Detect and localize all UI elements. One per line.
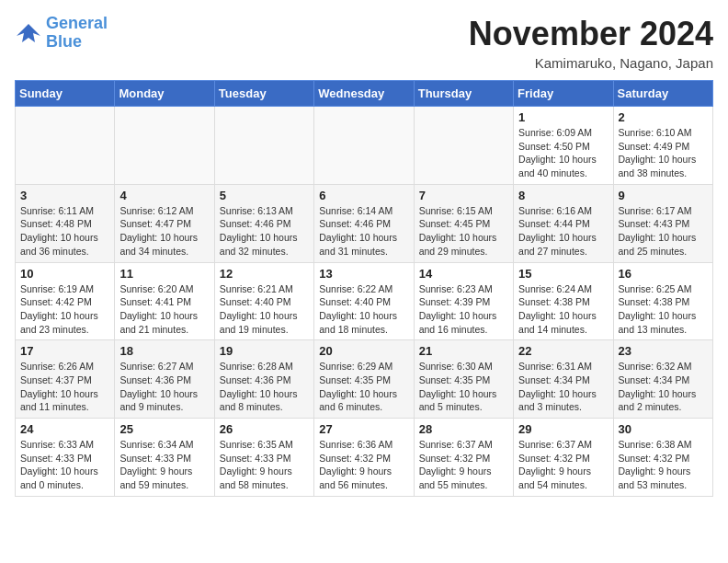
- day-number: 4: [119, 189, 209, 202]
- calendar-cell: [214, 107, 313, 185]
- day-number: 13: [319, 267, 408, 281]
- day-number: 15: [518, 267, 608, 281]
- calendar-cell: 3Sunrise: 6:11 AM Sunset: 4:48 PM Daylig…: [16, 184, 115, 262]
- day-number: 27: [319, 422, 408, 436]
- logo-line2: Blue: [46, 32, 82, 51]
- day-detail: Sunrise: 6:37 AM Sunset: 4:32 PM Dayligh…: [419, 438, 508, 492]
- day-number: 11: [119, 267, 209, 281]
- logo-line1: General: [46, 14, 108, 32]
- day-detail: Sunrise: 6:37 AM Sunset: 4:32 PM Dayligh…: [518, 438, 608, 492]
- day-number: 7: [419, 189, 508, 202]
- calendar-cell: 11Sunrise: 6:20 AM Sunset: 4:41 PM Dayli…: [115, 262, 214, 340]
- calendar-cell: 4Sunrise: 6:12 AM Sunset: 4:47 PM Daylig…: [115, 184, 214, 262]
- weekday-header-wednesday: Wednesday: [314, 81, 414, 107]
- day-detail: Sunrise: 6:10 AM Sunset: 4:49 PM Dayligh…: [619, 126, 708, 180]
- day-number: 26: [220, 422, 309, 436]
- day-detail: Sunrise: 6:15 AM Sunset: 4:45 PM Dayligh…: [419, 204, 508, 259]
- calendar-cell: 20Sunrise: 6:29 AM Sunset: 4:35 PM Dayli…: [314, 340, 414, 419]
- day-detail: Sunrise: 6:34 AM Sunset: 4:33 PM Dayligh…: [119, 438, 209, 492]
- calendar-cell: 7Sunrise: 6:15 AM Sunset: 4:45 PM Daylig…: [414, 184, 513, 262]
- calendar-cell: 19Sunrise: 6:28 AM Sunset: 4:36 PM Dayli…: [214, 340, 313, 419]
- week-row-1: 1Sunrise: 6:09 AM Sunset: 4:50 PM Daylig…: [16, 107, 713, 185]
- logo: General Blue: [15, 15, 108, 52]
- calendar-cell: 28Sunrise: 6:37 AM Sunset: 4:32 PM Dayli…: [414, 419, 513, 497]
- calendar-cell: 2Sunrise: 6:10 AM Sunset: 4:49 PM Daylig…: [613, 107, 712, 185]
- calendar-cell: 22Sunrise: 6:31 AM Sunset: 4:34 PM Dayli…: [514, 340, 613, 419]
- day-number: 14: [419, 267, 508, 281]
- day-detail: Sunrise: 6:27 AM Sunset: 4:36 PM Dayligh…: [119, 360, 209, 414]
- day-number: 16: [619, 267, 708, 281]
- weekday-header-tuesday: Tuesday: [214, 81, 313, 107]
- day-detail: Sunrise: 6:25 AM Sunset: 4:38 PM Dayligh…: [619, 282, 708, 337]
- day-detail: Sunrise: 6:14 AM Sunset: 4:46 PM Dayligh…: [319, 204, 408, 259]
- calendar-cell: [115, 107, 214, 185]
- calendar-cell: [414, 107, 513, 185]
- day-number: 5: [220, 189, 309, 202]
- day-number: 24: [20, 422, 109, 436]
- title-area: November 2024 Kamimaruko, Nagano, Japan: [469, 15, 713, 71]
- day-detail: Sunrise: 6:21 AM Sunset: 4:40 PM Dayligh…: [220, 282, 309, 337]
- calendar-cell: 1Sunrise: 6:09 AM Sunset: 4:50 PM Daylig…: [514, 107, 613, 185]
- calendar-cell: 24Sunrise: 6:33 AM Sunset: 4:33 PM Dayli…: [16, 419, 115, 497]
- calendar-cell: 8Sunrise: 6:16 AM Sunset: 4:44 PM Daylig…: [514, 184, 613, 262]
- day-detail: Sunrise: 6:12 AM Sunset: 4:47 PM Dayligh…: [119, 204, 209, 259]
- day-number: 9: [619, 189, 708, 202]
- day-detail: Sunrise: 6:38 AM Sunset: 4:32 PM Dayligh…: [619, 438, 708, 492]
- day-detail: Sunrise: 6:20 AM Sunset: 4:41 PM Dayligh…: [119, 282, 209, 337]
- day-detail: Sunrise: 6:29 AM Sunset: 4:35 PM Dayligh…: [319, 360, 408, 414]
- location: Kamimaruko, Nagano, Japan: [469, 55, 713, 71]
- calendar-cell: 30Sunrise: 6:38 AM Sunset: 4:32 PM Dayli…: [613, 419, 712, 497]
- week-row-2: 3Sunrise: 6:11 AM Sunset: 4:48 PM Daylig…: [16, 184, 713, 262]
- calendar-cell: 12Sunrise: 6:21 AM Sunset: 4:40 PM Dayli…: [214, 262, 313, 340]
- day-detail: Sunrise: 6:28 AM Sunset: 4:36 PM Dayligh…: [220, 360, 309, 414]
- calendar-cell: 23Sunrise: 6:32 AM Sunset: 4:34 PM Dayli…: [613, 340, 712, 419]
- day-detail: Sunrise: 6:30 AM Sunset: 4:35 PM Dayligh…: [419, 360, 508, 414]
- day-number: 28: [419, 422, 508, 436]
- weekday-header-saturday: Saturday: [613, 81, 712, 107]
- calendar-cell: 29Sunrise: 6:37 AM Sunset: 4:32 PM Dayli…: [514, 419, 613, 497]
- day-detail: Sunrise: 6:36 AM Sunset: 4:32 PM Dayligh…: [319, 438, 408, 492]
- weekday-header-monday: Monday: [115, 81, 214, 107]
- day-detail: Sunrise: 6:16 AM Sunset: 4:44 PM Dayligh…: [518, 204, 608, 259]
- svg-marker-0: [17, 24, 40, 42]
- calendar-cell: 6Sunrise: 6:14 AM Sunset: 4:46 PM Daylig…: [314, 184, 414, 262]
- weekday-header-thursday: Thursday: [414, 81, 513, 107]
- week-row-4: 17Sunrise: 6:26 AM Sunset: 4:37 PM Dayli…: [16, 340, 713, 419]
- day-detail: Sunrise: 6:17 AM Sunset: 4:43 PM Dayligh…: [619, 204, 708, 259]
- day-number: 10: [20, 267, 109, 281]
- day-number: 21: [419, 344, 508, 358]
- logo-icon: [15, 19, 42, 47]
- week-row-3: 10Sunrise: 6:19 AM Sunset: 4:42 PM Dayli…: [16, 262, 713, 340]
- day-number: 25: [119, 422, 209, 436]
- calendar-cell: 21Sunrise: 6:30 AM Sunset: 4:35 PM Dayli…: [414, 340, 513, 419]
- day-detail: Sunrise: 6:33 AM Sunset: 4:33 PM Dayligh…: [20, 438, 109, 492]
- day-number: 29: [518, 422, 608, 436]
- calendar-cell: 27Sunrise: 6:36 AM Sunset: 4:32 PM Dayli…: [314, 419, 414, 497]
- calendar-cell: 25Sunrise: 6:34 AM Sunset: 4:33 PM Dayli…: [115, 419, 214, 497]
- day-number: 17: [20, 344, 109, 358]
- weekday-header-sunday: Sunday: [16, 81, 115, 107]
- day-detail: Sunrise: 6:13 AM Sunset: 4:46 PM Dayligh…: [220, 204, 309, 259]
- day-number: 22: [518, 344, 608, 358]
- day-number: 23: [619, 344, 708, 358]
- day-detail: Sunrise: 6:24 AM Sunset: 4:38 PM Dayligh…: [518, 282, 608, 337]
- header: General Blue November 2024 Kamimaruko, N…: [15, 15, 713, 71]
- calendar-cell: 26Sunrise: 6:35 AM Sunset: 4:33 PM Dayli…: [214, 419, 313, 497]
- calendar-cell: 13Sunrise: 6:22 AM Sunset: 4:40 PM Dayli…: [314, 262, 414, 340]
- day-detail: Sunrise: 6:11 AM Sunset: 4:48 PM Dayligh…: [20, 204, 109, 259]
- calendar-cell: 5Sunrise: 6:13 AM Sunset: 4:46 PM Daylig…: [214, 184, 313, 262]
- calendar-cell: 9Sunrise: 6:17 AM Sunset: 4:43 PM Daylig…: [613, 184, 712, 262]
- day-number: 20: [319, 344, 408, 358]
- calendar-cell: 10Sunrise: 6:19 AM Sunset: 4:42 PM Dayli…: [16, 262, 115, 340]
- day-detail: Sunrise: 6:23 AM Sunset: 4:39 PM Dayligh…: [419, 282, 508, 337]
- day-detail: Sunrise: 6:35 AM Sunset: 4:33 PM Dayligh…: [220, 438, 309, 492]
- day-detail: Sunrise: 6:19 AM Sunset: 4:42 PM Dayligh…: [20, 282, 109, 337]
- calendar-cell: [16, 107, 115, 185]
- calendar-cell: [314, 107, 414, 185]
- month-title: November 2024: [469, 15, 713, 53]
- day-number: 19: [220, 344, 309, 358]
- week-row-5: 24Sunrise: 6:33 AM Sunset: 4:33 PM Dayli…: [16, 419, 713, 497]
- calendar-cell: 15Sunrise: 6:24 AM Sunset: 4:38 PM Dayli…: [514, 262, 613, 340]
- calendar-cell: 16Sunrise: 6:25 AM Sunset: 4:38 PM Dayli…: [613, 262, 712, 340]
- calendar-cell: 14Sunrise: 6:23 AM Sunset: 4:39 PM Dayli…: [414, 262, 513, 340]
